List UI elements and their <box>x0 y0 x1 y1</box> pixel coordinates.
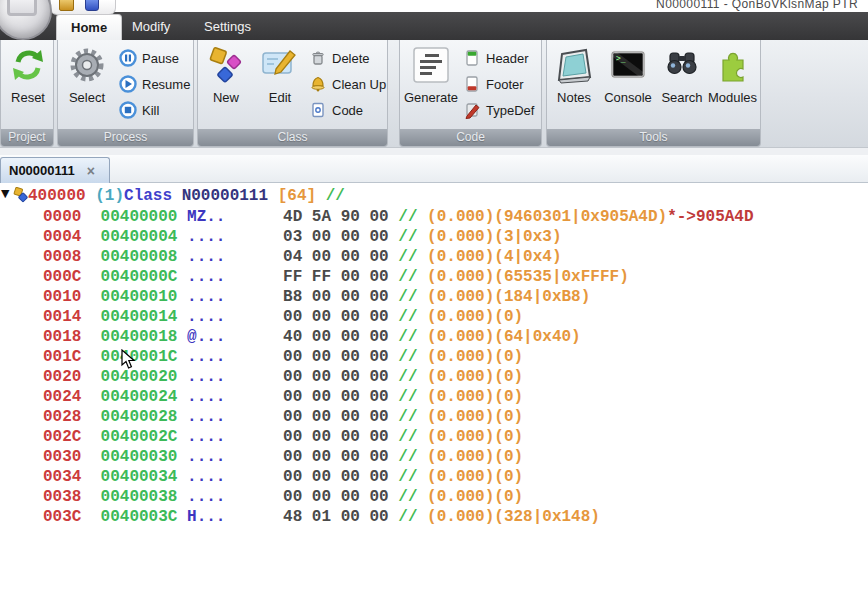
spacer <box>177 208 187 226</box>
notes-button[interactable]: Notes <box>549 42 599 128</box>
hex-row[interactable]: 0000 00400000 MZ.. 4D 5A 90 00 // (0.000… <box>43 207 754 227</box>
delete-button[interactable]: Delete <box>308 45 388 71</box>
hex-row[interactable]: 0008 00400008 .... 04 00 00 00 // (0.000… <box>43 247 754 267</box>
close-tab-icon[interactable]: × <box>87 164 95 178</box>
row-ascii: .... <box>187 408 283 426</box>
class-node-icon <box>13 187 29 203</box>
edit-icon <box>258 42 302 88</box>
tab-home[interactable]: Home <box>56 14 122 40</box>
reset-button[interactable]: Reset <box>3 42 53 128</box>
spacer <box>389 388 399 406</box>
row-comment: (0.000)(3|0x3) <box>427 228 561 246</box>
spacer <box>81 468 100 486</box>
footer-button[interactable]: Footer <box>462 71 542 97</box>
spacer <box>81 368 100 386</box>
collapse-triangle-icon[interactable]: ▼ <box>1 187 9 200</box>
generate-label: Generate <box>404 90 458 105</box>
search-label: Search <box>661 90 702 105</box>
gear-icon <box>65 42 109 88</box>
hex-row[interactable]: 0030 00400030 .... 00 00 00 00 // (0.000… <box>43 447 754 467</box>
hex-row[interactable]: 001C 0040001C .... 00 00 00 00 // (0.000… <box>43 347 754 367</box>
header-button[interactable]: Header <box>462 45 542 71</box>
row-ascii: .... <box>187 268 283 286</box>
edit-button[interactable]: Edit <box>254 42 306 128</box>
document-tab-label: N00000111 <box>9 163 75 178</box>
hex-row[interactable]: 0038 00400038 .... 00 00 00 00 // (0.000… <box>43 487 754 507</box>
spacer <box>177 368 187 386</box>
row-offset: 0018 <box>43 328 81 346</box>
spacer <box>389 448 399 466</box>
hex-row[interactable]: 0024 00400024 .... 00 00 00 00 // (0.000… <box>43 387 754 407</box>
row-bytes: 00 00 00 00 <box>283 308 389 326</box>
new-class-button[interactable]: New <box>200 42 252 128</box>
kill-icon <box>118 100 138 120</box>
class-size: [64] <box>278 187 316 205</box>
cleanup-button[interactable]: Clean Up <box>308 71 388 97</box>
tab-modify[interactable]: Modify <box>118 14 184 40</box>
kill-button[interactable]: Kill <box>118 97 192 123</box>
row-comment: (0.000)(0) <box>427 448 523 466</box>
spacer <box>417 428 427 446</box>
spacer <box>417 248 427 266</box>
spacer <box>81 228 100 246</box>
quick-access-toolbar <box>50 0 116 15</box>
select-label: Select <box>69 90 105 105</box>
console-button[interactable]: >_ Console <box>599 42 657 128</box>
row-comment: (0.000)(65535|0xFFFF) <box>427 268 629 286</box>
row-bytes: 03 00 00 00 <box>283 228 389 246</box>
hex-row[interactable]: 002C 0040002C .... 00 00 00 00 // (0.000… <box>43 427 754 447</box>
spacer <box>177 488 187 506</box>
class-count: (1) <box>95 187 124 205</box>
modules-button[interactable]: Modules <box>705 42 760 128</box>
about-icon[interactable] <box>85 0 99 11</box>
row-ascii: .... <box>187 308 283 326</box>
application-window: N00000111 - QonBoVKlsnMap PTR Home Modif… <box>0 0 868 600</box>
row-comment: (0.000)(9460301|0x905A4D) <box>427 208 667 226</box>
row-bytes: 00 00 00 00 <box>283 348 389 366</box>
hex-row[interactable]: 0034 00400034 .... 00 00 00 00 // (0.000… <box>43 467 754 487</box>
code-button[interactable]: Code <box>308 97 388 123</box>
row-bytes: 04 00 00 00 <box>283 248 389 266</box>
hex-row[interactable]: 003C 0040003C H... 48 01 00 00 // (0.000… <box>43 507 754 527</box>
row-comment: (0.000)(0) <box>427 348 523 366</box>
row-address: 00400000 <box>101 208 178 226</box>
typedef-button[interactable]: TypeDef <box>462 97 542 123</box>
save-icon[interactable] <box>59 0 74 11</box>
tab-settings[interactable]: Settings <box>190 14 265 40</box>
row-comment: (0.000)(328|0x148) <box>427 508 600 526</box>
spacer <box>81 428 100 446</box>
search-button[interactable]: Search <box>657 42 707 128</box>
select-button[interactable]: Select <box>60 42 114 128</box>
row-offset: 000C <box>43 268 81 286</box>
hex-row[interactable]: 0010 00400010 .... B8 00 00 00 // (0.000… <box>43 287 754 307</box>
typedef-label: TypeDef <box>486 103 534 118</box>
resume-button[interactable]: Resume <box>118 71 192 97</box>
hex-row[interactable]: 0004 00400004 .... 03 00 00 00 // (0.000… <box>43 227 754 247</box>
spacer <box>81 268 100 286</box>
notes-icon <box>552 42 596 88</box>
hex-row[interactable]: 0014 00400014 .... 00 00 00 00 // (0.000… <box>43 307 754 327</box>
class-hex-view[interactable]: ▼ 400000 (1)Class N00000111 [64] // 0000… <box>0 183 868 600</box>
titlebar: N00000111 - QonBoVKlsnMap PTR <box>0 0 868 12</box>
pause-button[interactable]: Pause <box>118 45 192 71</box>
spacer <box>177 308 187 326</box>
spacer <box>417 508 427 526</box>
hex-row[interactable]: 0018 00400018 @... 40 00 00 00 // (0.000… <box>43 327 754 347</box>
document-tab-bar: N00000111 × <box>0 155 868 183</box>
ribbon-group-code: Generate Header Footer <box>399 40 542 147</box>
row-comment: (0.000)(0) <box>427 428 523 446</box>
hex-row[interactable]: 0028 00400028 .... 00 00 00 00 // (0.000… <box>43 407 754 427</box>
row-comment-marker: // <box>398 208 417 226</box>
row-comment-marker: // <box>398 468 417 486</box>
resume-label: Resume <box>142 77 190 92</box>
hex-row[interactable]: 0020 00400020 .... 00 00 00 00 // (0.000… <box>43 367 754 387</box>
hex-row[interactable]: 000C 0040000C .... FF FF 00 00 // (0.000… <box>43 267 754 287</box>
generate-button[interactable]: Generate <box>402 42 460 128</box>
document-tab-n00000111[interactable]: N00000111 × <box>0 157 110 183</box>
spacer <box>177 508 187 526</box>
class-header-row[interactable]: 400000 (1)Class N00000111 [64] // <box>28 186 345 206</box>
row-ascii: .... <box>187 288 283 306</box>
ribbon-group-class: New Edit Delete <box>197 40 388 147</box>
new-class-label: New <box>213 90 239 105</box>
console-icon: >_ <box>606 42 650 88</box>
